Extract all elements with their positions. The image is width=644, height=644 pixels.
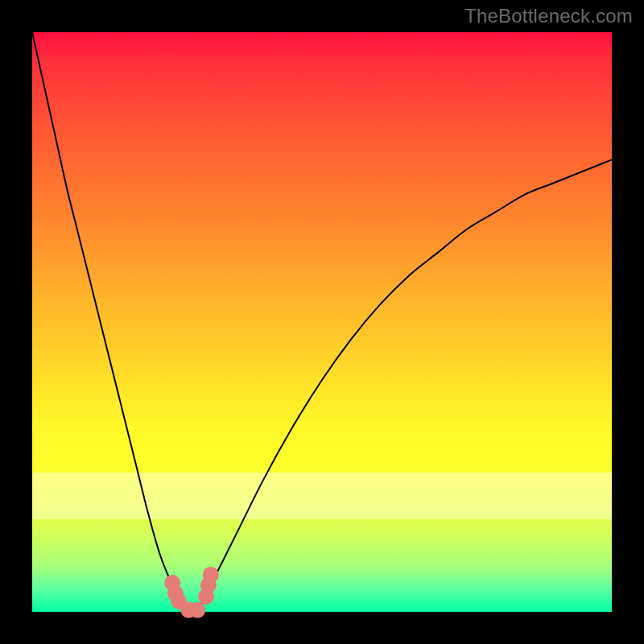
curve-marker	[203, 567, 219, 583]
bottleneck-curve	[32, 32, 612, 613]
watermark-text: TheBottleneck.com	[464, 5, 633, 27]
bottleneck-curve-svg	[32, 32, 612, 612]
chart-frame: TheBottleneck.com	[0, 0, 644, 644]
curve-marker	[189, 602, 205, 618]
marker-group	[164, 567, 219, 618]
